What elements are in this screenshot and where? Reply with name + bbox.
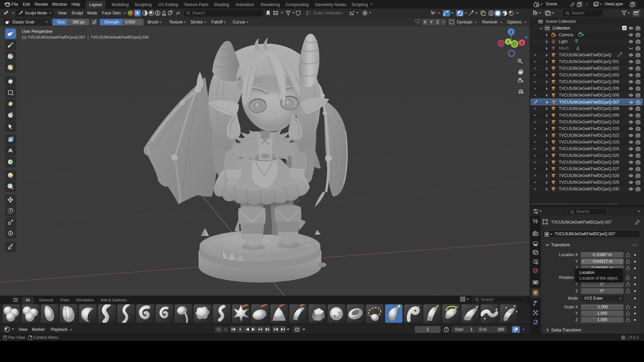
svg-text:Z: Z bbox=[510, 30, 513, 34]
svg-text:X: X bbox=[521, 41, 523, 45]
svg-text:1: 1 bbox=[625, 338, 626, 340]
svg-text:Y: Y bbox=[507, 40, 509, 44]
